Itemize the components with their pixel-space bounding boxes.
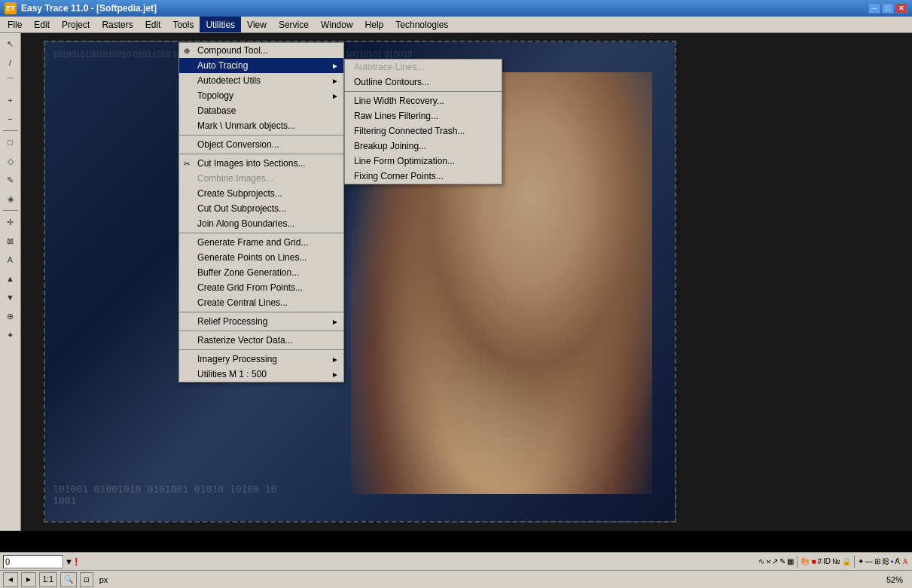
minimize-button[interactable]: ─ [868,3,880,14]
tool-poly[interactable]: ◇ [2,152,20,170]
submenu-arrow-utilities-m: ► [331,370,339,379]
menu-filtering-trash[interactable]: Filtering Connected Trash... [345,123,502,139]
menu-breakup[interactable]: Breakup Joining... [345,139,502,154]
submenu-arrow-relief: ► [331,318,339,326]
link-icon[interactable]: ⛓ [882,557,889,565]
menu-auto-tracing[interactable]: Auto Tracing ► [179,58,343,73]
menu-project[interactable]: Project [56,17,96,32]
A-icon[interactable]: A [895,557,900,565]
dropdown-arrow[interactable]: ▼ [65,557,73,566]
close-button[interactable]: ✕ [895,3,907,14]
grid-icon[interactable]: ⊞ [874,557,880,565]
tool-text[interactable]: A [2,251,20,269]
tool-zoom-in[interactable]: + [2,91,20,109]
lock-icon[interactable]: 🔒 [842,557,851,565]
back-button[interactable]: ◄ [3,572,18,587]
menu-generate-points[interactable]: Generate Points on Lines... [179,250,343,265]
dash-icon[interactable]: — [865,557,873,565]
menu-line-form[interactable]: Line Form Optimization... [345,154,502,169]
fill-icon[interactable]: ▦ [787,557,794,565]
title-bar: ET Easy Trace 11.0 - [Softpedia.jet] ─ □… [0,0,912,17]
menu-imagery-processing[interactable]: Imagery Processing ► [179,352,343,367]
zoom-icon-button[interactable]: 🔍 [60,572,77,587]
menu-view[interactable]: View [241,17,273,32]
menu-outline-contours[interactable]: Outline Contours... [345,75,502,90]
menu-technologies[interactable]: Technologies [389,17,454,32]
menu-cut-out-subprojects[interactable]: Cut Out Subprojects... [179,201,343,216]
pencil-icon[interactable]: ✎ [779,557,785,565]
zoom-11-button[interactable]: 1:1 [39,572,57,587]
utilities-dropdown: ⊕ Compound Tool... Auto Tracing ► Autode… [178,42,344,382]
paint-icon[interactable]: 🎨 [801,557,810,565]
status-input[interactable] [3,555,63,568]
forward-button[interactable]: ► [21,572,36,587]
px-label: px [99,575,108,584]
menu-file[interactable]: File [2,17,28,32]
menu-raw-lines[interactable]: Raw Lines Filtering... [345,108,502,123]
menu-fixing-corner[interactable]: Fixing Corner Points... [345,169,502,184]
menu-rasterize[interactable]: Rasterize Vector Data... [179,333,343,348]
star-icon[interactable]: ✦ [858,557,864,565]
menu-relief-processing[interactable]: Relief Processing ► [179,314,343,329]
menu-utilities[interactable]: Utilities [200,17,241,32]
sep2 [179,154,343,154]
menu-create-central[interactable]: Create Central Lines... [179,295,343,310]
tool-node[interactable]: ◈ [2,190,20,208]
sub-sep1 [345,91,502,92]
blue-rect-icon[interactable]: ▪ [891,557,894,565]
sep4 [179,312,343,312]
left-toolbar: ↖ / ⌒ + − □ ◇ ✎ ◈ ✛ ⊠ A ▲ ▼ ⊕ ✦ [0,33,21,531]
zoom-level: 52% [886,575,903,584]
binary-overlay: 101001 01001010 0101001 01010 10100 1010… [53,483,279,506]
tool-move[interactable]: ✛ [2,213,20,231]
menu-utilities-m[interactable]: Utilities M 1 : 500 ► [179,367,343,382]
tool-special2[interactable]: ✦ [2,326,20,344]
menu-line-width[interactable]: Line Width Recovery... [345,93,502,108]
hash-icon[interactable]: # [817,557,822,565]
tool-arc[interactable]: ⌒ [2,72,20,90]
menu-rasters[interactable]: Rasters [96,17,139,32]
cross-icon[interactable]: ✕ [766,557,770,565]
zoom-fit-button[interactable]: ⊡ [80,572,93,587]
submenu-arrow-autodetect: ► [331,77,339,85]
menu-cut-images[interactable]: ✂ Cut Images into Sections... [179,156,343,171]
tool-down[interactable]: ▼ [2,288,20,306]
status-bar: ▼ ! ∿ ✕ ↗ ✎ ▦ 🎨 ■ # ID № 🔒 ✦ — ⊞ ⛓ ▪ A Ａ [0,552,912,570]
tool-edit[interactable]: ✎ [2,171,20,189]
id-icon[interactable]: ID [823,557,831,565]
menu-edit[interactable]: Edit [28,17,56,32]
menu-edit2[interactable]: Edit [139,17,167,32]
menu-create-grid[interactable]: Create Grid From Points... [179,280,343,295]
menu-service[interactable]: Service [273,17,315,32]
tool-delete[interactable]: ⊠ [2,232,20,250]
menu-create-subprojects[interactable]: Create Subprojects... [179,186,343,201]
num-icon[interactable]: № [832,557,840,565]
sep-icon2 [854,556,855,568]
menu-tools[interactable]: Tools [166,17,200,32]
menu-compound-tool[interactable]: ⊕ Compound Tool... [179,43,343,58]
maximize-button[interactable]: □ [882,3,894,14]
menu-database[interactable]: Database [179,103,343,118]
wave-icon[interactable]: ∿ [758,557,764,565]
menu-generate-frame[interactable]: Generate Frame and Grid... [179,235,343,250]
menu-join-along[interactable]: Join Along Boundaries... [179,216,343,231]
tool-select[interactable]: ↖ [2,35,20,53]
menu-buffer-zone[interactable]: Buffer Zone Generation... [179,265,343,280]
menu-window[interactable]: Window [315,17,359,32]
app-icon: ET [5,2,17,14]
arrow-icon1[interactable]: ↗ [772,557,778,565]
red-A-icon[interactable]: Ａ [901,556,909,567]
menu-help[interactable]: Help [359,17,390,32]
menu-topology[interactable]: Topology ► [179,88,343,103]
tool-rect[interactable]: □ [2,133,20,151]
tool-special1[interactable]: ⊕ [2,307,20,325]
tool-zoom-out[interactable]: − [2,110,20,128]
sep3 [179,233,343,233]
submenu-arrow-topology: ► [331,92,339,100]
menu-mark-unmark[interactable]: Mark \ Unmark objects... [179,118,343,133]
red-box-icon[interactable]: ■ [811,557,816,565]
menu-autodetect[interactable]: Autodetect Utils ► [179,73,343,88]
tool-up[interactable]: ▲ [2,270,20,288]
tool-line[interactable]: / [2,53,20,72]
menu-object-conversion[interactable]: Object Conversion... [179,137,343,152]
